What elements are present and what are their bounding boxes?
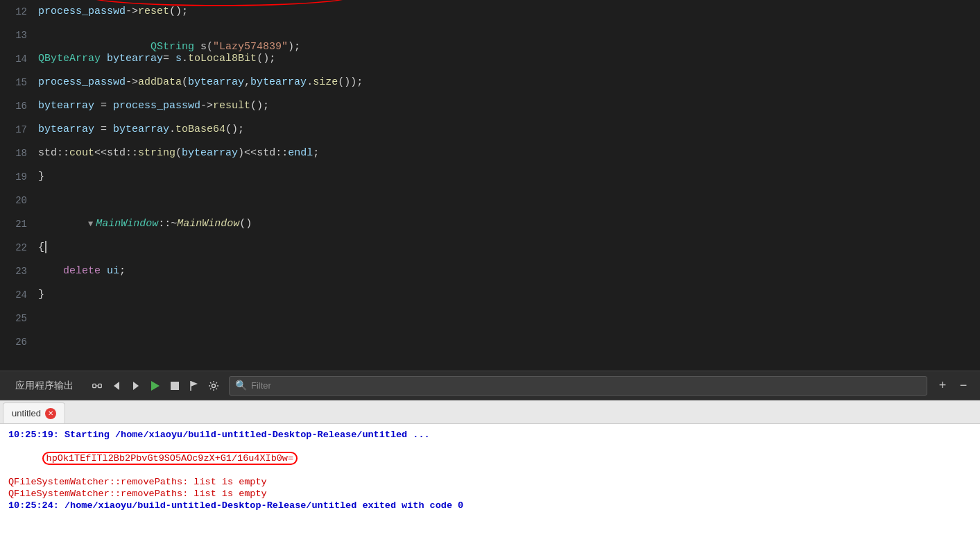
code-line-17[interactable]: 17 bytearray = bytearray.toBase64();	[0, 118, 980, 142]
filter-input[interactable]	[251, 380, 921, 391]
code-line-18[interactable]: 18 std::cout<<std::string(bytearray)<<st…	[0, 142, 980, 165]
output-line-5: 10:25:24: /home/xiaoyu/build-untitled-De…	[8, 500, 972, 511]
code-lines: 12 process_passwd->reset(); 13 QString s…	[0, 0, 980, 354]
tab-untitled[interactable]: untitled ✕	[3, 402, 65, 423]
output-line-2: hpOk1TEfITl2Bb2PbvGt9SO5AOc9zX+G1/16u4XI…	[8, 441, 972, 475]
attach-button[interactable]	[87, 376, 107, 396]
svg-marker-3	[114, 382, 119, 390]
code-line-25[interactable]: 25	[0, 307, 980, 330]
output-line-3: QFileSystemWatcher::removePaths: list is…	[8, 477, 972, 487]
filter-area[interactable]: 🔍	[229, 376, 927, 396]
code-line-24[interactable]: 24 }	[0, 283, 980, 307]
prev-button[interactable]	[107, 376, 126, 396]
next-button[interactable]	[126, 376, 146, 396]
output-circled-hash: hpOk1TEfITl2Bb2PbvGt9SO5AOc9zX+G1/16u4XI…	[42, 452, 298, 465]
search-icon: 🔍	[235, 380, 247, 391]
code-line-23[interactable]: 23 delete ui;	[0, 260, 980, 283]
code-line-26[interactable]: 26	[0, 330, 980, 354]
code-line-21[interactable]: 21 ▼MainWindow::~MainWindow()	[0, 212, 980, 236]
code-line-19[interactable]: 19 }	[0, 165, 980, 189]
run-button[interactable]	[146, 376, 165, 396]
stop-button[interactable]	[165, 376, 184, 396]
svg-point-9	[212, 384, 216, 387]
code-editor: 12 process_passwd->reset(); 13 QString s…	[0, 0, 980, 371]
panel-toolbar: 应用程序输出	[0, 371, 980, 400]
toolbar-right: + −	[933, 376, 973, 396]
svg-marker-8	[191, 381, 198, 387]
svg-marker-4	[133, 382, 139, 390]
bottom-panel: 应用程序输出	[0, 371, 980, 551]
flag-button[interactable]	[184, 376, 204, 396]
code-line-13[interactable]: 13 QString s("Lazy574839");	[0, 24, 980, 47]
svg-marker-5	[151, 381, 160, 391]
panel-tabs: untitled ✕	[0, 400, 980, 424]
tab-close-button[interactable]: ✕	[45, 408, 56, 419]
add-tab-button[interactable]: +	[933, 376, 952, 396]
tab-label: untitled	[12, 408, 41, 418]
svg-rect-0	[93, 384, 96, 387]
svg-rect-6	[171, 382, 179, 390]
remove-tab-button[interactable]: −	[954, 376, 973, 396]
panel-title: 应用程序输出	[7, 380, 82, 392]
panel-output: 10:25:19: Starting /home/xiaoyu/build-un…	[0, 424, 980, 551]
settings-button[interactable]	[204, 376, 223, 396]
output-line-1: 10:25:19: Starting /home/xiaoyu/build-un…	[8, 430, 972, 440]
output-line-4: QFileSystemWatcher::removePaths: list is…	[8, 489, 972, 499]
svg-rect-1	[98, 384, 101, 387]
